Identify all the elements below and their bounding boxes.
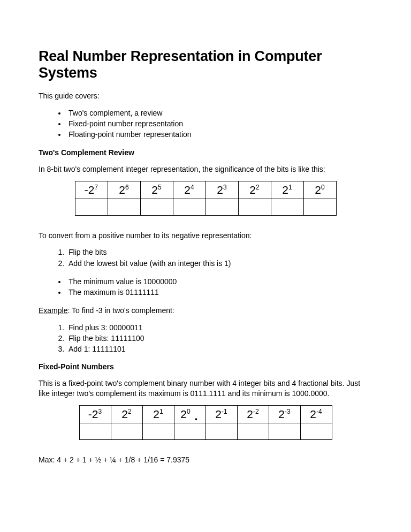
example-step: Flip the bits: 11111100 — [66, 333, 372, 344]
fixed-empty-cell — [300, 423, 332, 440]
minmax-item: The maximum is 01111111 — [66, 287, 372, 298]
covers-item: Fixed-point number representation — [66, 118, 372, 129]
bit-empty-cell — [75, 199, 108, 215]
fixed-bit-cell: 2-4 — [300, 406, 332, 423]
max-line: Max: 4 + 2 + 1 + ½ + ¼ + 1/8 + 1/16 = 7.… — [39, 455, 372, 465]
example-line: Example: To find -3 in two's complement: — [39, 306, 372, 316]
document-page: Real Number Representation in Computer S… — [0, 0, 411, 504]
bit-empty-cell — [173, 199, 206, 215]
bit-empty-cell — [206, 199, 238, 215]
convert-step: Add the lowest bit value (with an intege… — [66, 258, 372, 269]
fixed-bit-cell: 22 — [111, 406, 142, 423]
bit-cell: 26 — [108, 181, 140, 199]
page-title: Real Number Representation in Computer S… — [39, 48, 372, 81]
bit-empty-cell — [271, 199, 303, 215]
fixed-bit-cell: 2-1 — [206, 406, 237, 423]
example-label: Example — [39, 306, 67, 315]
convert-steps-list: Flip the bitsAdd the lowest bit value (w… — [39, 247, 372, 269]
bit-cell: 22 — [238, 181, 271, 199]
fixed-empty-cell — [269, 423, 300, 440]
bit-cell: 23 — [206, 181, 238, 199]
section-heading-twos-complement: Two's Complement Review — [39, 148, 372, 158]
bit-cell: 20 — [303, 181, 336, 199]
bits8-table: -2726252423222120 — [75, 181, 337, 216]
section1-text: In 8-bit two's complement integer repres… — [39, 164, 372, 174]
fixed-empty-cell — [237, 423, 269, 440]
fixed-empty-cell — [206, 423, 237, 440]
fixed-bit-cell: 20 . — [174, 406, 206, 423]
bit-empty-cell — [108, 199, 140, 215]
fixed-bit-cell: 21 — [142, 406, 174, 423]
convert-intro: To convert from a positive number to its… — [39, 231, 372, 241]
covers-item: Floating-point number representation — [66, 129, 372, 140]
bit-empty-cell — [140, 199, 173, 215]
intro-text: This guide covers: — [39, 91, 372, 101]
example-steps-list: Find plus 3: 00000011Flip the bits: 1111… — [39, 322, 372, 355]
fixed-empty-cell — [79, 423, 111, 440]
example-step: Add 1: 11111101 — [66, 344, 372, 354]
section2-text: This is a fixed-point two's complement b… — [39, 378, 372, 399]
fixed-bits-table: -23222120 .2-12-22-32-4 — [79, 405, 332, 440]
fixed-bit-cell: 2-2 — [237, 406, 269, 423]
fixed-bit-cell: -23 — [79, 406, 111, 423]
convert-step: Flip the bits — [66, 247, 372, 257]
fixed-empty-cell — [111, 423, 142, 440]
bit-cell: -27 — [75, 181, 108, 199]
covers-list: Two's complement, a reviewFixed-point nu… — [39, 108, 372, 140]
fixed-bit-cell: 2-3 — [269, 406, 300, 423]
example-tail: : To find -3 in two's complement: — [67, 306, 174, 315]
bit-empty-cell — [303, 199, 336, 215]
example-step: Find plus 3: 00000011 — [66, 322, 372, 333]
covers-item: Two's complement, a review — [66, 108, 372, 118]
bit-cell: 25 — [140, 181, 173, 199]
bit-empty-cell — [238, 199, 271, 215]
section-heading-fixed-point: Fixed-Point Numbers — [39, 362, 372, 372]
minmax-item: The minimum value is 10000000 — [66, 276, 372, 287]
bit-cell: 24 — [173, 181, 206, 199]
fixed-empty-cell — [142, 423, 174, 440]
minmax-list: The minimum value is 10000000The maximum… — [39, 276, 372, 298]
fixed-empty-cell — [174, 423, 206, 440]
bit-cell: 21 — [271, 181, 303, 199]
